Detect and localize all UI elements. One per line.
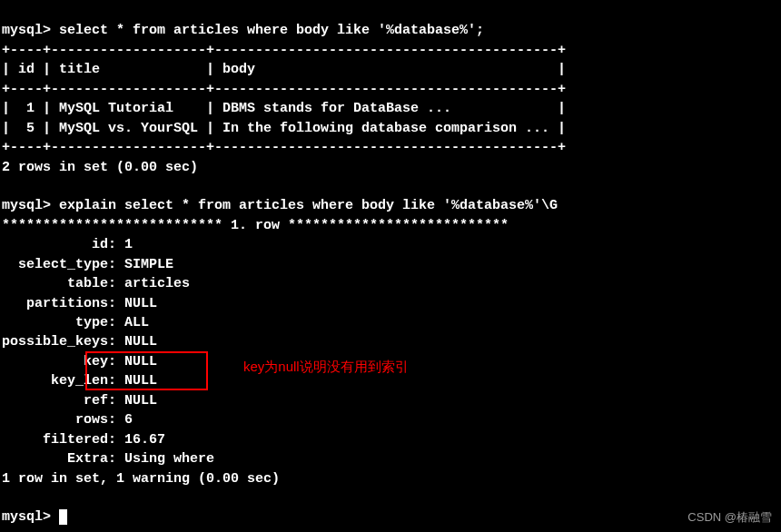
explain-field-rows: rows: 6 [2, 412, 133, 428]
explain-field-id: id: 1 [2, 237, 133, 252]
cursor-icon[interactable] [59, 509, 67, 525]
table-row: | 1 | MySQL Tutorial | DBMS stands for D… [2, 101, 566, 116]
explain-field-possible-keys: possible_keys: NULL [2, 334, 157, 350]
table-header-row: | id | title | body | [2, 62, 566, 77]
explain-field-type: type: ALL [2, 315, 149, 330]
table-border: +----+-------------------+--------------… [2, 140, 566, 155]
mysql-prompt: mysql> [2, 509, 59, 525]
explain-field-select-type: select_type: SIMPLE [2, 257, 173, 272]
sql-command-2: explain select * from articles where bod… [59, 198, 558, 213]
terminal-output: mysql> select * from articles where body… [0, 0, 781, 527]
watermark-text: CSDN @椿融雪 [687, 509, 772, 527]
explain-field-extra: Extra: Using where [2, 451, 214, 467]
explain-field-filtered: filtered: 16.67 [2, 432, 165, 448]
sql-command-1: select * from articles where body like '… [59, 23, 484, 38]
mysql-prompt: mysql> [2, 198, 59, 213]
annotation-label: key为null说明没有用到索引 [243, 357, 409, 376]
mysql-prompt: mysql> [2, 23, 59, 38]
table-border: +----+-------------------+--------------… [2, 43, 566, 58]
explain-field-table: table: articles [2, 276, 190, 291]
result-summary: 2 rows in set (0.00 sec) [2, 160, 198, 175]
explain-field-key: key: NULL [2, 354, 157, 369]
table-row: | 5 | MySQL vs. YourSQL | In the followi… [2, 121, 566, 136]
explain-field-key-len: key_len: NULL [2, 373, 157, 389]
result-summary: 1 row in set, 1 warning (0.00 sec) [2, 471, 280, 487]
table-border: +----+-------------------+--------------… [2, 82, 566, 97]
explain-row-header: *************************** 1. row *****… [2, 218, 509, 233]
explain-field-ref: ref: NULL [2, 393, 157, 409]
explain-field-partitions: partitions: NULL [2, 296, 157, 311]
